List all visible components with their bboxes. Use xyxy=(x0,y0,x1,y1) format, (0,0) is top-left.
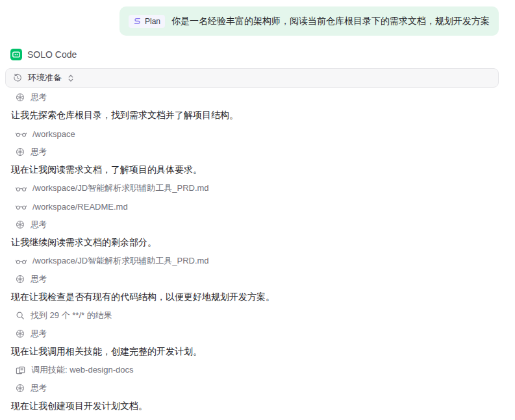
agent-message: 现在让我阅读需求文档，了解项目的具体要求。 xyxy=(5,161,499,179)
glasses-icon xyxy=(16,130,27,138)
solo-code-logo-icon xyxy=(10,49,22,60)
agent-message-text: 现在让我检查是否有现有的代码结构，以便更好地规划开发方案。 xyxy=(11,291,275,303)
env-preparation-toggle[interactable]: 环境准备 xyxy=(5,68,499,88)
thought-label: 思考 xyxy=(31,92,47,103)
skill-invocation-text: 调用技能: web-design-docs xyxy=(31,364,134,376)
file-path: /workspace/README.md xyxy=(32,202,128,212)
plan-icon xyxy=(133,17,142,25)
agent-message: 让我先探索仓库根目录，找到需求文档并了解项目结构。 xyxy=(5,106,499,125)
agent-message-text: 让我继续阅读需求文档的剩余部分。 xyxy=(11,237,157,249)
file-path: /workspace/JD智能解析求职辅助工具_PRD.md xyxy=(32,182,209,194)
file-path: /workspace xyxy=(32,129,75,139)
thought-label: 思考 xyxy=(31,383,47,394)
thought-row[interactable]: 思考 xyxy=(5,216,499,234)
agent-message-text: 现在让我创建项目开发计划文档。 xyxy=(11,401,147,412)
plan-mode-badge: Plan xyxy=(129,15,165,28)
agent-message-text: 让我先探索仓库根目录，找到需求文档并了解项目结构。 xyxy=(11,110,238,121)
glasses-icon xyxy=(16,184,27,193)
agent-message-text: 现在让我调用相关技能，创建完整的开发计划。 xyxy=(11,346,202,358)
user-message-bubble: Plan 你是一名经验丰富的架构师，阅读当前仓库根目录下的需求文档，规划开发方案 xyxy=(119,6,499,36)
user-message-text: 你是一名经验丰富的架构师，阅读当前仓库根目录下的需求文档，规划开发方案 xyxy=(171,14,490,28)
file-read-row[interactable]: /workspace/JD智能解析求职辅助工具_PRD.md xyxy=(5,252,499,270)
search-icon xyxy=(16,311,25,320)
agent-message-text: 现在让我阅读需求文档，了解项目的具体要求。 xyxy=(11,164,202,176)
agent-message: 现在让我创建项目开发计划文档。 xyxy=(5,397,499,415)
agent-header: SOLO Code xyxy=(5,49,499,60)
skill-invocation-row[interactable]: 调用技能: web-design-docs xyxy=(5,361,499,379)
thought-row[interactable]: 思考 xyxy=(5,270,499,288)
thought-label: 思考 xyxy=(31,219,47,230)
chevron-updown-icon xyxy=(68,73,74,83)
thinking-icon xyxy=(16,220,25,229)
agent-message: 让我继续阅读需求文档的剩余部分。 xyxy=(5,234,499,252)
skill-icon xyxy=(16,365,25,375)
thought-row[interactable]: 思考 xyxy=(5,379,499,397)
agent-message: 现在让我调用相关技能，创建完整的开发计划。 xyxy=(5,343,499,361)
agent-name: SOLO Code xyxy=(27,49,77,60)
thought-row[interactable]: 思考 xyxy=(5,325,499,343)
thought-row[interactable]: 思考 xyxy=(5,88,499,106)
file-path: /workspace/JD智能解析求职辅助工具_PRD.md xyxy=(32,255,209,267)
glasses-icon xyxy=(16,257,27,266)
search-result-row[interactable]: 找到 29 个 **/* 的结果 xyxy=(5,306,499,325)
thinking-icon xyxy=(16,384,25,393)
file-read-row[interactable]: /workspace/JD智能解析求职辅助工具_PRD.md xyxy=(5,179,499,197)
search-result-text: 找到 29 个 **/* 的结果 xyxy=(31,310,112,321)
thought-label: 思考 xyxy=(31,274,47,285)
history-icon xyxy=(13,73,22,82)
thinking-icon xyxy=(16,329,25,338)
glasses-icon xyxy=(16,203,27,211)
thinking-icon xyxy=(16,275,25,284)
plan-badge-label: Plan xyxy=(145,16,160,27)
thought-label: 思考 xyxy=(31,328,47,340)
env-preparation-label: 环境准备 xyxy=(28,72,62,84)
agent-timeline: 思考 让我先探索仓库根目录，找到需求文档并了解项目结构。 /workspace … xyxy=(5,88,499,415)
thought-label: 思考 xyxy=(31,147,47,158)
thinking-icon xyxy=(16,147,25,156)
file-read-row[interactable]: /workspace xyxy=(5,125,499,143)
thought-row[interactable]: 思考 xyxy=(5,143,499,161)
thinking-icon xyxy=(16,93,25,102)
user-message-row: Plan 你是一名经验丰富的架构师，阅读当前仓库根目录下的需求文档，规划开发方案 xyxy=(5,6,499,36)
agent-message: 现在让我检查是否有现有的代码结构，以便更好地规划开发方案。 xyxy=(5,288,499,306)
file-read-row[interactable]: /workspace/README.md xyxy=(5,197,499,216)
